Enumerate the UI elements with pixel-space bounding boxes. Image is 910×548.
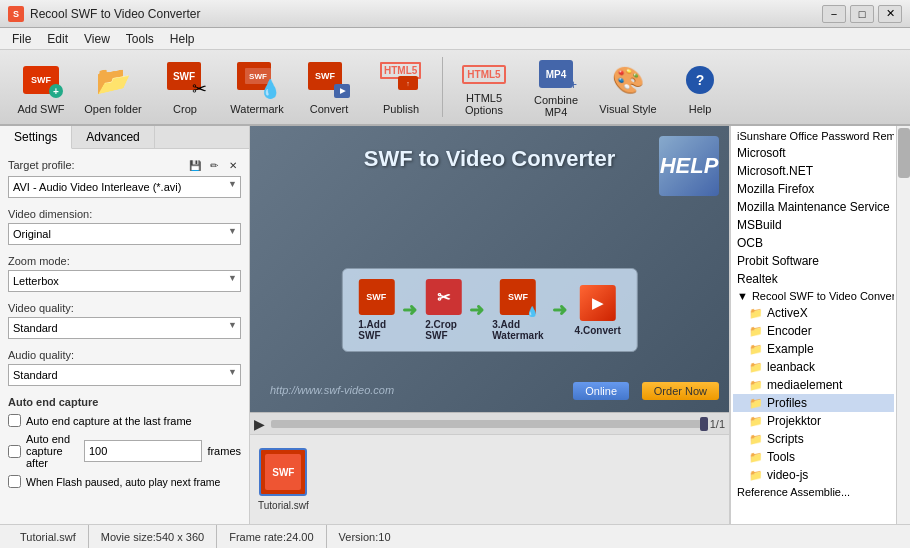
app-title: Recool SWF to Video Converter [30, 7, 201, 21]
tab-settings[interactable]: Settings [0, 126, 72, 149]
audio-quality-select-wrap: Standard [8, 364, 241, 386]
video-dimension-select[interactable]: Original [8, 223, 241, 245]
help-button[interactable]: ? Help [665, 53, 735, 121]
tree-folder-profiles[interactable]: 📁 Profiles [733, 394, 894, 412]
publish-label: Publish [383, 103, 419, 115]
tree-item-20[interactable]: Reference Assemblie... [733, 484, 894, 500]
tree-folder-mediaelement[interactable]: 📁 mediaelement [733, 376, 894, 394]
title-bar: S Recool SWF to Video Converter − □ ✕ [0, 0, 910, 28]
publish-button[interactable]: HTML5 ↑ Publish [366, 53, 436, 121]
step-3-label: 3.Add Watermark [492, 319, 543, 341]
publish-icon: HTML5 ↑ [380, 59, 422, 101]
tree-item-1[interactable]: Microsoft [733, 144, 894, 162]
tab-advanced[interactable]: Advanced [72, 126, 154, 148]
frames-text: frames [207, 445, 241, 457]
auto-end-capture-heading: Auto end capture [8, 396, 241, 408]
step-1-icon: SWF [358, 279, 394, 315]
tree-folder-videojs[interactable]: 📁 video-js [733, 466, 894, 484]
video-dimension-row: Video dimension: Original [8, 208, 241, 245]
video-quality-label: Video quality: [8, 302, 241, 314]
toolbar-separator-1 [442, 57, 443, 117]
step-2-label: 2.Crop SWF [425, 319, 461, 341]
maximize-button[interactable]: □ [850, 5, 874, 23]
video-quality-select-wrap: Standard [8, 317, 241, 339]
checkbox-after-frames[interactable] [8, 445, 21, 458]
tree-folder-leanback[interactable]: 📁 leanback [733, 358, 894, 376]
open-folder-button[interactable]: 📂 Open folder [78, 53, 148, 121]
tree-folder-activex[interactable]: 📁 ActiveX [733, 304, 894, 322]
tree-folder-tools[interactable]: 📁 Tools [733, 448, 894, 466]
combine-mp4-icon: MP4 + [535, 56, 577, 92]
step-arrow-2: ➜ [469, 299, 484, 321]
step-1-label: 1.Add SWF [358, 319, 394, 341]
profile-edit-icon[interactable]: ✏ [206, 157, 222, 173]
open-folder-icon: 📂 [92, 59, 134, 101]
thumbnail-item[interactable]: SWF Tutorial.swf [258, 448, 309, 511]
checkbox-last-frame[interactable] [8, 414, 21, 427]
folder-icon: 📁 [749, 379, 763, 392]
menu-file[interactable]: File [4, 30, 39, 48]
status-frame-rate: Frame rate:24.00 [217, 525, 326, 548]
profile-delete-icon[interactable]: ✕ [225, 157, 241, 173]
tree-folder-example[interactable]: 📁 Example [733, 340, 894, 358]
menu-edit[interactable]: Edit [39, 30, 76, 48]
window-controls: − □ ✕ [822, 5, 902, 23]
video-quality-row: Video quality: Standard [8, 302, 241, 339]
help-label: Help [689, 103, 712, 115]
tree-item-6[interactable]: OCB [733, 234, 894, 252]
thumbnail-label: Tutorial.swf [258, 500, 309, 511]
right-panel: iSunshare Office Password Remov... Micro… [730, 126, 910, 524]
tree-item-3[interactable]: Mozilla Firefox [733, 180, 894, 198]
play-button[interactable]: ▶ [254, 416, 265, 432]
convert-button[interactable]: SWF ▶ Convert [294, 53, 364, 121]
status-version: Version:10 [327, 525, 403, 548]
help-badge: HELP [659, 136, 719, 196]
combine-mp4-button[interactable]: MP4 + Combine MP4 [521, 53, 591, 121]
tree-item-2[interactable]: Microsoft.NET [733, 162, 894, 180]
watermark-icon: SWF 💧 [236, 59, 278, 101]
crop-button[interactable]: SWF ✂ Crop [150, 53, 220, 121]
audio-quality-select[interactable]: Standard [8, 364, 241, 386]
video-quality-select[interactable]: Standard [8, 317, 241, 339]
target-profile-select[interactable]: AVI - Audio Video Interleave (*.avi) [8, 176, 241, 198]
tree-item-7[interactable]: Probit Software [733, 252, 894, 270]
status-movie-size: Movie size:540 x 360 [89, 525, 217, 548]
minimize-button[interactable]: − [822, 5, 846, 23]
step-4-label: 4.Convert [575, 325, 621, 336]
watermark-button[interactable]: SWF 💧 Watermark [222, 53, 292, 121]
visual-style-button[interactable]: 🎨 Visual Style [593, 53, 663, 121]
audio-quality-row: Audio quality: Standard [8, 349, 241, 386]
scrollbar-thumb[interactable] [898, 128, 910, 178]
target-profile-label: Target profile: 💾 ✏ ✕ [8, 157, 241, 173]
tree-item-8[interactable]: Realtek [733, 270, 894, 288]
menu-tools[interactable]: Tools [118, 30, 162, 48]
tree-item-0[interactable]: iSunshare Office Password Remov... [733, 128, 894, 144]
progress-handle[interactable] [700, 417, 708, 431]
audio-quality-label: Audio quality: [8, 349, 241, 361]
menu-help[interactable]: Help [162, 30, 203, 48]
tree-folder-encoder[interactable]: 📁 Encoder [733, 322, 894, 340]
profile-save-icon[interactable]: 💾 [187, 157, 203, 173]
tree-item-4[interactable]: Mozilla Maintenance Service [733, 198, 894, 216]
tree-item-parent[interactable]: ▼ Recool SWF to Video Converter [733, 288, 894, 304]
help-icon: ? [679, 59, 721, 101]
add-swf-label: Add SWF [17, 103, 64, 115]
close-button[interactable]: ✕ [878, 5, 902, 23]
progress-bar[interactable] [271, 420, 704, 428]
tree-scrollbar[interactable] [896, 126, 910, 524]
tree-folder-scripts[interactable]: 📁 Scripts [733, 430, 894, 448]
checkbox-flash-paused[interactable] [8, 475, 21, 488]
html5-options-button[interactable]: HTML5 HTML5 Options [449, 53, 519, 121]
frame-counter: 1/1 [710, 418, 725, 430]
online-button[interactable]: Online [573, 382, 629, 400]
order-now-button[interactable]: Order Now [642, 382, 719, 400]
tree-item-5[interactable]: MSBuild [733, 216, 894, 234]
add-swf-button[interactable]: SWF + Add SWF [6, 53, 76, 121]
menu-view[interactable]: View [76, 30, 118, 48]
frames-input[interactable] [84, 440, 202, 462]
settings-panel: Target profile: 💾 ✏ ✕ AVI - Audio Video … [0, 149, 249, 524]
tree-folder-projekktor[interactable]: 📁 Projekktor [733, 412, 894, 430]
video-dimension-select-wrap: Original [8, 223, 241, 245]
zoom-mode-select[interactable]: Letterbox [8, 270, 241, 292]
html5-options-label: HTML5 Options [454, 92, 514, 116]
